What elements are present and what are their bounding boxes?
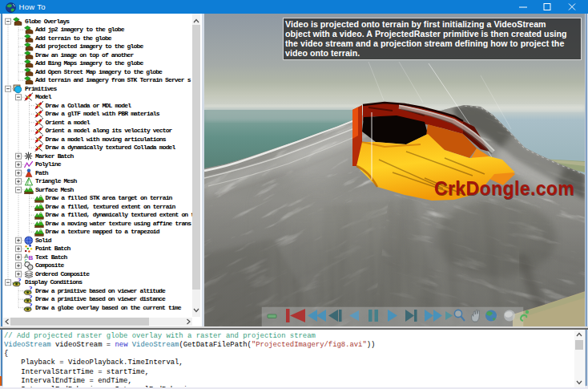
svg-text:B: B xyxy=(28,254,33,261)
